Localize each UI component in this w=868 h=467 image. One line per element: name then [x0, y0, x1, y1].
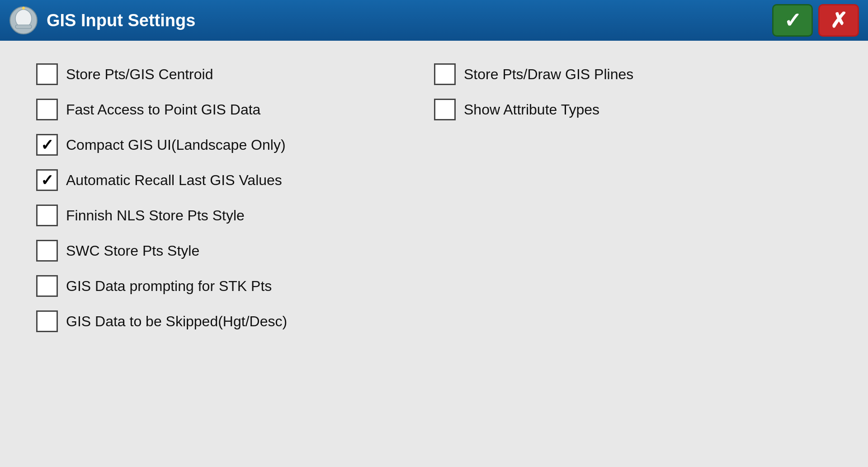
svg-point-4 [22, 7, 25, 10]
label-fast-access-point-gis: Fast Access to Point GIS Data [66, 101, 260, 118]
checkbox-item-automatic-recall[interactable]: Automatic Recall Last GIS Values [36, 169, 434, 191]
checkbox-item-store-pts-gis-centroid[interactable]: Store Pts/GIS Centroid [36, 63, 434, 85]
checkbox-item-fast-access-point-gis[interactable]: Fast Access to Point GIS Data [36, 99, 434, 120]
checkbox-item-store-pts-draw-gis-plines[interactable]: Store Pts/Draw GIS Plines [434, 63, 832, 85]
checkbox-gis-data-prompting[interactable] [36, 275, 58, 297]
checkbox-item-show-attribute-types[interactable]: Show Attribute Types [434, 99, 832, 120]
dialog-header: GIS Input Settings ✓ ✗ [0, 0, 868, 41]
checkbox-fast-access-point-gis[interactable] [36, 99, 58, 120]
checkbox-item-gis-data-skipped[interactable]: GIS Data to be Skipped(Hgt/Desc) [36, 310, 434, 332]
checkbox-compact-gis-ui[interactable] [36, 134, 58, 156]
settings-content: Store Pts/GIS CentroidFast Access to Poi… [0, 41, 868, 355]
checkbox-finnish-nls[interactable] [36, 205, 58, 226]
checkbox-item-swc-store-pts[interactable]: SWC Store Pts Style [36, 240, 434, 262]
cancel-button[interactable]: ✗ [818, 4, 859, 37]
checkbox-show-attribute-types[interactable] [434, 99, 456, 120]
checkbox-store-pts-draw-gis-plines[interactable] [434, 63, 456, 85]
dialog-title: GIS Input Settings [47, 11, 195, 30]
label-gis-data-skipped: GIS Data to be Skipped(Hgt/Desc) [66, 313, 287, 330]
checkbox-item-compact-gis-ui[interactable]: Compact GIS UI(Landscape Only) [36, 134, 434, 156]
checkbox-item-finnish-nls[interactable]: Finnish NLS Store Pts Style [36, 205, 434, 226]
label-compact-gis-ui: Compact GIS UI(Landscape Only) [66, 137, 286, 153]
app-icon [9, 6, 38, 35]
label-store-pts-draw-gis-plines: Store Pts/Draw GIS Plines [464, 66, 633, 83]
checkbox-store-pts-gis-centroid[interactable] [36, 63, 58, 85]
checkbox-item-gis-data-prompting[interactable]: GIS Data prompting for STK Pts [36, 275, 434, 297]
ok-icon: ✓ [784, 10, 802, 31]
svg-rect-2 [15, 25, 32, 29]
header-buttons: ✓ ✗ [772, 4, 859, 37]
label-store-pts-gis-centroid: Store Pts/GIS Centroid [66, 66, 213, 83]
label-swc-store-pts: SWC Store Pts Style [66, 243, 199, 259]
checkbox-automatic-recall[interactable] [36, 169, 58, 191]
label-finnish-nls: Finnish NLS Store Pts Style [66, 207, 245, 224]
cancel-icon: ✗ [830, 10, 848, 31]
checkbox-gis-data-skipped[interactable] [36, 310, 58, 332]
ok-button[interactable]: ✓ [772, 4, 813, 37]
header-left: GIS Input Settings [9, 6, 195, 35]
label-show-attribute-types: Show Attribute Types [464, 101, 599, 118]
label-automatic-recall: Automatic Recall Last GIS Values [66, 172, 282, 189]
label-gis-data-prompting: GIS Data prompting for STK Pts [66, 278, 272, 295]
left-column: Store Pts/GIS CentroidFast Access to Poi… [36, 63, 434, 332]
checkbox-swc-store-pts[interactable] [36, 240, 58, 262]
right-column: Store Pts/Draw GIS PlinesShow Attribute … [434, 63, 832, 332]
